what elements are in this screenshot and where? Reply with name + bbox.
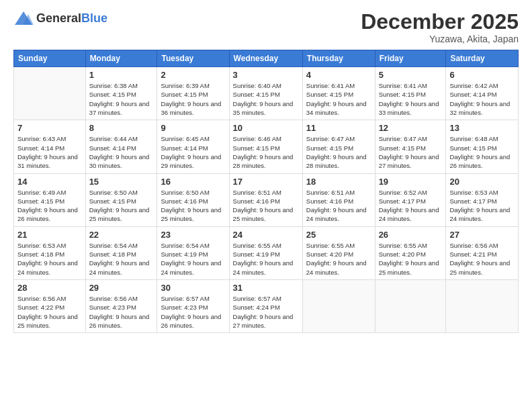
day-info: Sunrise: 6:53 AMSunset: 4:18 PMDaylight:… [17,241,82,277]
calendar-cell-w5-d5 [375,279,446,332]
header-friday: Friday [375,50,446,67]
day-number: 5 [379,70,443,80]
day-info: Sunrise: 6:50 AMSunset: 4:16 PMDaylight:… [161,188,225,224]
calendar-cell-w5-d1: 29 Sunrise: 6:56 AMSunset: 4:23 PMDaylig… [85,279,157,332]
calendar-cell-w1-d0 [14,67,86,120]
day-number: 25 [306,230,371,240]
header-saturday: Saturday [446,50,519,67]
calendar-cell-w1-d3: 3 Sunrise: 6:40 AMSunset: 4:15 PMDayligh… [229,67,302,120]
calendar-cell-w2-d2: 9 Sunrise: 6:45 AMSunset: 4:14 PMDayligh… [157,120,229,173]
calendar-cell-w4-d5: 26 Sunrise: 6:55 AMSunset: 4:20 PMDaylig… [375,226,446,279]
page: GeneralBlue December 2025 Yuzawa, Akita,… [0,0,532,411]
header-sunday: Sunday [14,50,86,67]
day-number: 22 [89,230,154,240]
day-info: Sunrise: 6:52 AMSunset: 4:17 PMDaylight:… [379,188,443,224]
day-info: Sunrise: 6:44 AMSunset: 4:14 PMDaylight:… [89,134,154,170]
day-info: Sunrise: 6:55 AMSunset: 4:19 PMDaylight:… [233,241,299,277]
day-info: Sunrise: 6:54 AMSunset: 4:19 PMDaylight:… [161,241,225,277]
calendar: Sunday Monday Tuesday Wednesday Thursday… [13,50,519,333]
calendar-cell-w5-d2: 30 Sunrise: 6:57 AMSunset: 4:23 PMDaylig… [157,279,229,332]
calendar-cell-w2-d6: 13 Sunrise: 6:48 AMSunset: 4:15 PMDaylig… [446,120,519,173]
header-monday: Monday [85,50,157,67]
calendar-cell-w3-d1: 15 Sunrise: 6:50 AMSunset: 4:15 PMDaylig… [85,173,157,226]
day-info: Sunrise: 6:39 AMSunset: 4:15 PMDaylight:… [161,81,225,117]
day-number: 20 [449,177,515,187]
week-row-1: 1 Sunrise: 6:38 AMSunset: 4:15 PMDayligh… [14,67,519,120]
title-block: December 2025 Yuzawa, Akita, Japan [361,10,519,44]
calendar-cell-w1-d2: 2 Sunrise: 6:39 AMSunset: 4:15 PMDayligh… [157,67,229,120]
day-number: 18 [306,177,371,187]
calendar-cell-w5-d4 [302,279,375,332]
calendar-cell-w1-d5: 5 Sunrise: 6:41 AMSunset: 4:15 PMDayligh… [375,67,446,120]
day-info: Sunrise: 6:50 AMSunset: 4:15 PMDaylight:… [89,188,154,224]
day-number: 24 [233,230,299,240]
day-info: Sunrise: 6:48 AMSunset: 4:15 PMDaylight:… [449,134,515,170]
day-info: Sunrise: 6:56 AMSunset: 4:22 PMDaylight:… [17,294,82,330]
calendar-cell-w1-d4: 4 Sunrise: 6:41 AMSunset: 4:15 PMDayligh… [302,67,375,120]
day-info: Sunrise: 6:53 AMSunset: 4:17 PMDaylight:… [449,188,515,224]
day-info: Sunrise: 6:42 AMSunset: 4:14 PMDaylight:… [449,81,515,117]
day-info: Sunrise: 6:49 AMSunset: 4:15 PMDaylight:… [17,188,82,224]
logo-blue: Blue [81,11,107,25]
day-info: Sunrise: 6:56 AMSunset: 4:21 PMDaylight:… [449,241,515,277]
calendar-cell-w2-d3: 10 Sunrise: 6:46 AMSunset: 4:15 PMDaylig… [229,120,302,173]
calendar-cell-w4-d0: 21 Sunrise: 6:53 AMSunset: 4:18 PMDaylig… [14,226,86,279]
day-info: Sunrise: 6:38 AMSunset: 4:15 PMDaylight:… [89,81,154,117]
calendar-cell-w4-d1: 22 Sunrise: 6:54 AMSunset: 4:18 PMDaylig… [85,226,157,279]
header-wednesday: Wednesday [229,50,302,67]
weekday-header-row: Sunday Monday Tuesday Wednesday Thursday… [14,50,519,67]
calendar-cell-w5-d3: 31 Sunrise: 6:57 AMSunset: 4:24 PMDaylig… [229,279,302,332]
day-number: 16 [161,177,225,187]
week-row-5: 28 Sunrise: 6:56 AMSunset: 4:22 PMDaylig… [14,279,519,332]
calendar-cell-w3-d6: 20 Sunrise: 6:53 AMSunset: 4:17 PMDaylig… [446,173,519,226]
week-row-3: 14 Sunrise: 6:49 AMSunset: 4:15 PMDaylig… [14,173,519,226]
day-info: Sunrise: 6:57 AMSunset: 4:23 PMDaylight:… [161,294,225,330]
calendar-cell-w5-d6 [446,279,519,332]
day-info: Sunrise: 6:46 AMSunset: 4:15 PMDaylight:… [233,134,299,170]
day-number: 7 [17,123,82,133]
calendar-cell-w3-d3: 17 Sunrise: 6:51 AMSunset: 4:16 PMDaylig… [229,173,302,226]
day-info: Sunrise: 6:55 AMSunset: 4:20 PMDaylight:… [306,241,371,277]
day-info: Sunrise: 6:47 AMSunset: 4:15 PMDaylight:… [306,134,371,170]
day-info: Sunrise: 6:47 AMSunset: 4:15 PMDaylight:… [379,134,443,170]
day-number: 14 [17,177,82,187]
calendar-cell-w3-d5: 19 Sunrise: 6:52 AMSunset: 4:17 PMDaylig… [375,173,446,226]
day-info: Sunrise: 6:40 AMSunset: 4:15 PMDaylight:… [233,81,299,117]
day-info: Sunrise: 6:56 AMSunset: 4:23 PMDaylight:… [89,294,154,330]
day-info: Sunrise: 6:45 AMSunset: 4:14 PMDaylight:… [161,134,225,170]
day-number: 28 [17,283,82,293]
day-info: Sunrise: 6:41 AMSunset: 4:15 PMDaylight:… [306,81,371,117]
day-number: 21 [17,230,82,240]
day-number: 29 [89,283,154,293]
day-info: Sunrise: 6:55 AMSunset: 4:20 PMDaylight:… [379,241,443,277]
day-info: Sunrise: 6:57 AMSunset: 4:24 PMDaylight:… [233,294,299,330]
header: GeneralBlue December 2025 Yuzawa, Akita,… [13,10,519,44]
header-tuesday: Tuesday [157,50,229,67]
logo-icon [13,10,34,26]
calendar-cell-w1-d1: 1 Sunrise: 6:38 AMSunset: 4:15 PMDayligh… [85,67,157,120]
day-number: 13 [449,123,515,133]
week-row-2: 7 Sunrise: 6:43 AMSunset: 4:14 PMDayligh… [14,120,519,173]
calendar-cell-w5-d0: 28 Sunrise: 6:56 AMSunset: 4:22 PMDaylig… [14,279,86,332]
day-info: Sunrise: 6:43 AMSunset: 4:14 PMDaylight:… [17,134,82,170]
calendar-cell-w2-d5: 12 Sunrise: 6:47 AMSunset: 4:15 PMDaylig… [375,120,446,173]
day-info: Sunrise: 6:54 AMSunset: 4:18 PMDaylight:… [89,241,154,277]
calendar-cell-w4-d6: 27 Sunrise: 6:56 AMSunset: 4:21 PMDaylig… [446,226,519,279]
day-info: Sunrise: 6:51 AMSunset: 4:16 PMDaylight:… [306,188,371,224]
day-number: 30 [161,283,225,293]
logo-general: General [36,11,81,25]
calendar-cell-w1-d6: 6 Sunrise: 6:42 AMSunset: 4:14 PMDayligh… [446,67,519,120]
day-number: 2 [161,70,225,80]
calendar-cell-w4-d2: 23 Sunrise: 6:54 AMSunset: 4:19 PMDaylig… [157,226,229,279]
calendar-cell-w3-d0: 14 Sunrise: 6:49 AMSunset: 4:15 PMDaylig… [14,173,86,226]
logo: GeneralBlue [13,10,107,26]
calendar-cell-w4-d4: 25 Sunrise: 6:55 AMSunset: 4:20 PMDaylig… [302,226,375,279]
day-number: 4 [306,70,371,80]
day-number: 12 [379,123,443,133]
header-thursday: Thursday [302,50,375,67]
day-number: 8 [89,123,154,133]
day-number: 26 [379,230,443,240]
calendar-cell-w2-d4: 11 Sunrise: 6:47 AMSunset: 4:15 PMDaylig… [302,120,375,173]
calendar-cell-w4-d3: 24 Sunrise: 6:55 AMSunset: 4:19 PMDaylig… [229,226,302,279]
day-number: 3 [233,70,299,80]
